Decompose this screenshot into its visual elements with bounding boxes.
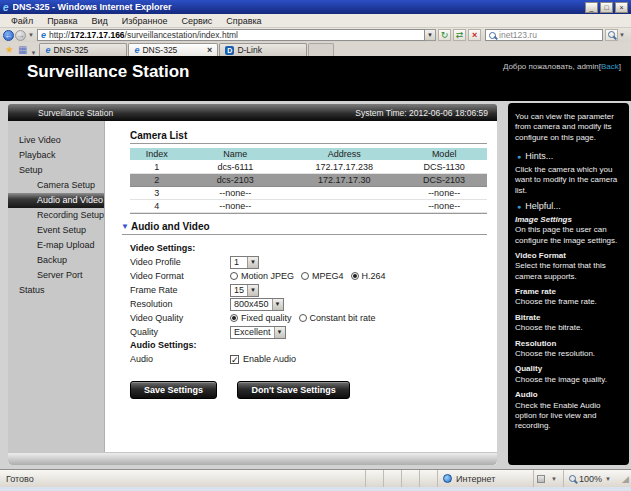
search-icon: [489, 32, 496, 39]
search-input[interactable]: inet123.ru: [485, 29, 603, 41]
table-row[interactable]: 4--none----none--: [130, 200, 487, 213]
radio-option[interactable]: Fixed quality: [230, 313, 292, 323]
close-tab-icon[interactable]: ×: [207, 45, 212, 55]
enable-audio-checkbox[interactable]: ✓: [230, 355, 239, 364]
sidebar-item-audio-and-video[interactable]: Audio and Video: [8, 193, 104, 208]
zone-label: Интернет: [456, 474, 495, 484]
refresh-button[interactable]: ↻: [438, 29, 451, 41]
tab-bar: ★ ▦ ▼ eDNS-325eDNS-325×DD-Link: [0, 42, 631, 56]
table-row[interactable]: 2dcs-2103172.17.17.30DCS-2103: [130, 174, 487, 187]
search-go-button[interactable]: [605, 29, 618, 41]
go-button[interactable]: ⇄: [453, 29, 466, 41]
video-profile-select[interactable]: 1 ▼: [230, 256, 259, 269]
tab-label: DNS-325: [53, 45, 121, 55]
quality-row: Quality Excellent ▼: [130, 325, 497, 339]
help-desc: Check the Enable Audio option for live v…: [515, 401, 622, 432]
sidebar-item-recording-setup[interactable]: Recording Setup: [8, 208, 104, 223]
radio-option[interactable]: H.264: [351, 271, 386, 281]
history-dropdown-icon[interactable]: ▼: [28, 32, 34, 38]
help-entries: Image SettingsOn this page the user can …: [515, 215, 622, 432]
maximize-button[interactable]: □: [600, 2, 613, 13]
frame-rate-value: 15: [231, 285, 247, 296]
sidebar-item-setup[interactable]: Setup: [8, 163, 104, 178]
table-cell: --none--: [184, 188, 288, 198]
camera-list-title: Camera List: [130, 130, 487, 141]
sidebar-item-status[interactable]: Status: [8, 283, 104, 298]
help-entry: QualityChoose the image quality.: [515, 364, 622, 385]
menu-item-3[interactable]: Избранное: [115, 16, 175, 26]
address-prefix: http://: [49, 30, 70, 40]
resolution-select[interactable]: 800x450 ▼: [230, 298, 284, 311]
resolution-label: Resolution: [130, 299, 230, 309]
table-cell: dcs-6111: [184, 162, 288, 172]
help-term: Frame rate: [515, 287, 622, 297]
status-cell: [383, 470, 401, 487]
sidebar-item-playback[interactable]: Playback: [8, 148, 104, 163]
protected-mode-icon: [537, 475, 545, 483]
back-button[interactable]: ←: [3, 30, 14, 41]
bullet-icon: ●: [517, 152, 521, 161]
close-button[interactable]: ×: [615, 2, 628, 13]
browser-tab-1[interactable]: eDNS-325×: [128, 43, 218, 56]
radio-option[interactable]: MPEG4: [301, 271, 344, 281]
protected-mode-cell[interactable]: ▼: [533, 470, 563, 487]
audio-row: Audio ✓ Enable Audio: [130, 352, 497, 366]
app-title: Surveillance Station: [27, 62, 190, 82]
stop-button[interactable]: ×: [468, 29, 481, 41]
sidebar-nav: Live VideoPlaybackSetupCamera SetupAudio…: [8, 121, 105, 452]
sidebar-item-camera-setup[interactable]: Camera Setup: [8, 178, 104, 193]
column-header-2: Address: [287, 149, 401, 159]
browser-tab-2[interactable]: DD-Link: [219, 43, 307, 56]
help-desc: Select the format that this camera suppo…: [515, 261, 622, 282]
frame-rate-select[interactable]: 15 ▼: [230, 284, 259, 297]
sidebar-item-event-setup[interactable]: Event Setup: [8, 223, 104, 238]
quick-tabs-icon[interactable]: ▦: [18, 43, 27, 56]
help-entry: ResolutionChoose the resolution.: [515, 339, 622, 360]
sidebar-item-e-map-upload[interactable]: E-map Upload: [8, 238, 104, 253]
radio-label: MPEG4: [312, 271, 344, 281]
save-settings-button[interactable]: Save Settings: [130, 381, 217, 399]
enable-audio-label: Enable Audio: [243, 354, 296, 364]
menu-bar: ФайлПравкаВидИзбранноеСервисСправка: [0, 14, 631, 28]
sidebar-item-server-port[interactable]: Server Port: [8, 268, 104, 283]
section-title: Audio and Video: [131, 221, 210, 232]
address-input[interactable]: e http://172.17.17.166/surveillancestati…: [37, 29, 425, 41]
address-bar-row: ← → ▼ e http://172.17.17.166/surveillanc…: [0, 28, 631, 42]
minimize-button[interactable]: _: [585, 2, 598, 13]
radio-label: Fixed quality: [241, 313, 292, 323]
table-cell: 172.17.17.238: [287, 162, 401, 172]
forward-button[interactable]: →: [15, 30, 26, 41]
sidebar-item-live-video[interactable]: Live Video: [8, 133, 104, 148]
video-quality-options: Fixed qualityConstant bit rate: [230, 313, 383, 323]
address-dropdown-button[interactable]: ▼: [425, 29, 436, 41]
tab-label: D-Link: [237, 45, 301, 55]
menu-item-2[interactable]: Вид: [85, 16, 115, 26]
camera-table-body: 1dcs-6111172.17.17.238DCS-11302dcs-21031…: [130, 161, 487, 213]
menu-item-5[interactable]: Справка: [219, 16, 268, 26]
table-cell: --none--: [184, 201, 288, 211]
video-quality-label: Video Quality: [130, 313, 230, 323]
table-row[interactable]: 1dcs-6111172.17.17.238DCS-1130: [130, 161, 487, 174]
dont-save-settings-button[interactable]: Don't Save Settings: [237, 381, 349, 399]
audio-video-section-header: ▼ Audio and Video: [121, 221, 487, 232]
new-tab-stub[interactable]: [308, 43, 334, 56]
sidebar-item-backup[interactable]: Backup: [8, 253, 104, 268]
favorites-star-icon[interactable]: ★: [5, 43, 14, 56]
radio-option[interactable]: Constant bit rate: [299, 313, 376, 323]
zoom-level: 100%: [579, 474, 602, 484]
quality-select[interactable]: Excellent ▼: [230, 326, 286, 339]
table-row[interactable]: 3--none----none--: [130, 187, 487, 200]
back-link[interactable]: Back: [601, 62, 619, 71]
menu-item-1[interactable]: Правка: [40, 16, 84, 26]
browser-tab-0[interactable]: eDNS-325: [39, 43, 127, 56]
help-panel: You can view the parameter from camera a…: [508, 103, 629, 465]
search-dropdown-icon[interactable]: ▼: [619, 32, 625, 38]
menu-item-4[interactable]: Сервис: [174, 16, 219, 26]
menu-item-0[interactable]: Файл: [4, 16, 40, 26]
radio-option[interactable]: Motion JPEG: [230, 271, 294, 281]
video-format-label: Video Format: [130, 271, 230, 281]
resize-grip[interactable]: ◢: [619, 474, 631, 484]
window-titlebar: e DNS-325 - Windows Internet Explorer _ …: [0, 0, 631, 14]
hints-title-row: ● Hints...: [515, 151, 622, 163]
zoom-control[interactable]: 100% ▼: [563, 470, 619, 487]
